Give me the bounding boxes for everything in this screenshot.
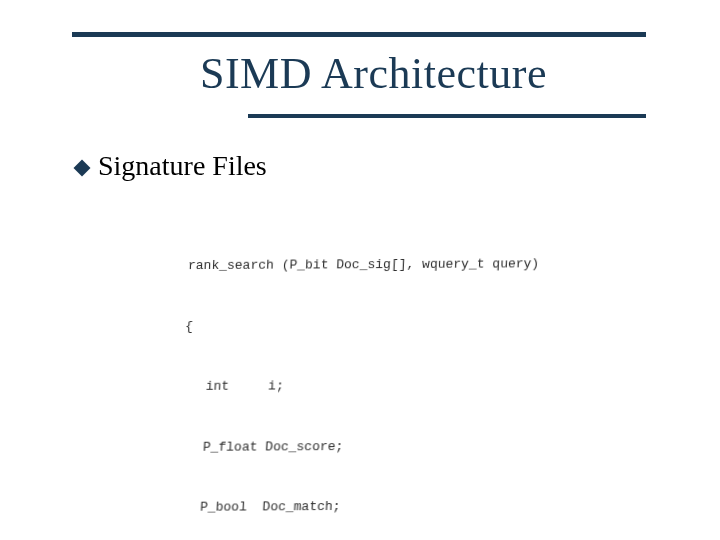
- body-area: Signature Files: [76, 150, 680, 182]
- code-line: P_bool Doc_match;: [176, 496, 617, 518]
- title-underline-rule: [248, 114, 646, 118]
- code-line: P_float Doc_score;: [179, 435, 620, 457]
- code-line: int i;: [182, 375, 623, 397]
- diamond-bullet-icon: [74, 159, 91, 176]
- accent-vertical-stripe: [82, 32, 110, 117]
- bullet-item: Signature Files: [76, 150, 680, 182]
- code-line: rank_search (P_bit Doc_sig[], wquery_t q…: [188, 254, 629, 276]
- code-line: {: [185, 315, 626, 337]
- code-listing: rank_search (P_bit Doc_sig[], wquery_t q…: [150, 214, 631, 540]
- slide-title: SIMD Architecture: [200, 48, 547, 99]
- bullet-text: Signature Files: [98, 150, 267, 182]
- top-horizontal-rule: [72, 32, 646, 37]
